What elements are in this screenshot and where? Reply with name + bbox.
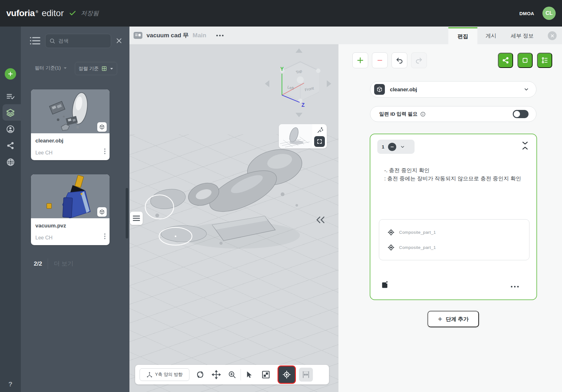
tab-details-label: 세부 정보 [511,32,534,39]
chevron-down-icon[interactable] [400,144,405,149]
layout-parts-tool-icon[interactable] [261,370,271,379]
redo-button[interactable] [411,52,427,68]
select-cursor-tool-icon[interactable] [245,371,253,379]
fullscreen-preview-button[interactable] [314,136,325,147]
sort-dropdown[interactable]: 정렬 기준 [75,62,117,75]
fit-width-tool-button[interactable] [299,368,313,382]
divider [48,258,48,269]
pan-move-tool-icon[interactable] [212,370,221,379]
step-selector[interactable]: 1 [377,140,415,154]
chevron-down-icon [63,66,67,70]
target-placement-tool-button[interactable] [278,366,295,383]
sidebar-item-globe[interactable] [0,158,21,166]
search-box [45,34,111,48]
help-icon: ? [9,380,13,388]
icon-sidebar: ? [0,27,21,392]
asset-filename: cleaner.obj [35,138,63,144]
undo-button[interactable] [392,52,407,68]
kebab-menu-icon[interactable] [103,232,106,240]
sidebar-item-share[interactable] [0,142,21,150]
part-name: Composite_part_1 [399,230,436,235]
asset-card-cleaner[interactable]: cleaner.obj Lee CH [31,89,110,160]
list-check-icon [6,92,15,101]
asset-thumbnail [31,89,110,133]
asset-thumbnail [31,174,110,218]
model-dropdown[interactable]: cleaner.obj [370,81,536,98]
add-step-label: 단계 추가 [446,316,469,323]
tab-edit[interactable]: 편집 [448,27,477,44]
viewport-menu-button[interactable] [130,212,143,225]
kebab-menu-icon[interactable] [103,148,106,155]
asset-owner: Lee CH [35,235,52,241]
add-image-icon[interactable] [381,281,389,289]
add-item-button[interactable] [352,52,368,68]
chevron-down-icon [523,87,529,92]
frame-select-button[interactable] [517,53,533,68]
sidebar-item-tasks[interactable] [0,92,21,101]
asset-card-footer: vacuum.pvz Lee CH [31,218,110,245]
add-button[interactable] [0,68,21,80]
step-description[interactable]: -. 충전 중인지 확인 : 충전 중에는 장비가 작동되지 않으므로 충전 중… [384,166,525,183]
serial-id-label: 일련 ID 입력 필요 [379,111,417,118]
share-icon [502,57,509,64]
grid-view-icon [101,66,107,71]
logo-secondary: editor [42,8,64,18]
saved-check-icon [69,9,76,17]
load-more-button[interactable]: 더 보기 [54,260,73,268]
share-step-button[interactable] [498,53,513,68]
part-row[interactable]: Composite_part_1 [379,224,529,240]
orbit-up-arrow[interactable] [296,48,302,53]
target-icon [282,370,291,379]
target-icon [387,244,395,251]
part-row[interactable]: Composite_part_1 [379,239,529,255]
edit-panel: cleaner.obj 일련 ID 입력 필요 1 [338,44,562,392]
asset-owner: Lee CH [35,150,52,156]
bullet-list-icon[interactable] [29,36,41,45]
filter-dropdown[interactable]: 필터 기준(1) [35,65,67,71]
tab-edit-label: 편집 [457,33,468,40]
tab-publish[interactable]: 게시 [479,27,503,44]
orbit-rotate-tool-icon[interactable] [195,369,206,380]
serial-id-toggle[interactable] [513,110,529,118]
collapse-step-icon[interactable] [522,141,528,150]
flow-list-icon [541,57,548,64]
step-card: 1 -. 충전 중인지 확인 : 충전 중에는 장비가 작동되지 않으므로 충전… [370,134,537,300]
orbit-down-arrow[interactable] [296,113,302,117]
layers-icon [6,108,15,117]
save-status: 저장됨 [81,9,99,17]
square-icon [522,57,529,64]
tab-details[interactable]: 세부 정보 [504,27,541,44]
axis-tripod-icon [146,372,152,378]
search-input[interactable] [58,38,107,44]
zoom-tool-icon[interactable] [228,370,236,379]
help-button[interactable]: ? [0,380,21,388]
close-editor-button[interactable] [548,31,557,40]
view-cube[interactable]: Y Z Top Left Front [262,57,335,111]
scene-menu-icon[interactable] [214,33,225,38]
search-icon [49,38,55,44]
remove-step-icon[interactable] [388,143,396,151]
orbit-left-arrow[interactable] [265,80,269,87]
magic-wand-icon[interactable] [316,126,324,134]
viewport-header: vacuum cad 무 Main 편집 게시 세부 정보 [129,27,562,44]
scanned-vacuum-model[interactable] [139,139,328,265]
remove-item-button[interactable] [372,52,388,68]
viewport-canvas[interactable]: Y Z Top Left Front [129,44,338,392]
avatar-initials: CL [546,10,553,16]
collapse-panel-icon[interactable] [316,215,325,224]
avatar[interactable]: CL [542,7,556,20]
logo-primary: vuforia [6,8,35,18]
step-menu-icon[interactable] [510,285,520,289]
panel-resizer-handle[interactable] [126,188,128,238]
step-flow-button[interactable] [537,53,552,68]
plus-icon: + [438,315,442,323]
sidebar-item-profile[interactable] [0,125,21,134]
close-panel-icon[interactable] [116,37,123,44]
add-step-button[interactable]: + 단계 추가 [427,311,479,327]
sidebar-item-assets[interactable] [0,108,21,117]
orientation-button[interactable]: Y축 양의 방향 [140,368,189,381]
asset-card-vacuum[interactable]: vacuum.pvz Lee CH [31,174,110,245]
step-number: 1 [382,144,384,149]
cube-icon [374,84,385,95]
orbit-right-arrow[interactable] [327,80,331,87]
